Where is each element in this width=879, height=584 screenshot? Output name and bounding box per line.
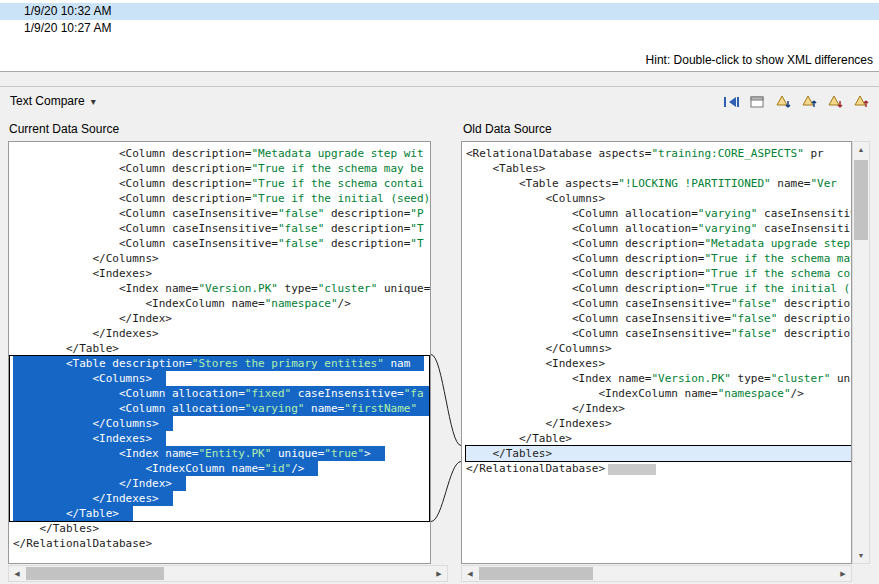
code-line[interactable]: </Table> [13, 506, 133, 521]
code-line[interactable]: </Tables> [13, 521, 430, 536]
left-editor[interactable]: <Column description="Metadata upgrade st… [8, 141, 431, 564]
scroll-left-icon[interactable]: ◀ [9, 566, 25, 581]
code-line[interactable]: <RelationalDatabase aspects="training:CO… [466, 146, 851, 161]
code-line[interactable]: <Column allocation="varying" caseInsensi… [466, 221, 851, 236]
code-line[interactable]: <Column caseInsensitive="false" descript… [466, 326, 851, 341]
code-line[interactable]: </Table> [466, 431, 851, 446]
code-line[interactable]: <Tables> [466, 161, 851, 176]
code-line[interactable]: <Column description="True if the schema … [466, 266, 851, 281]
code-line[interactable]: </Columns> [13, 251, 430, 266]
right-pane-title: Old Data Source [463, 122, 552, 136]
chevron-down-icon: ▾ [91, 96, 96, 107]
code-line[interactable]: </Indexes> [13, 326, 430, 341]
code-line[interactable]: </Index> [13, 311, 430, 326]
compare-mode-dropdown[interactable]: Text Compare ▾ [10, 94, 96, 108]
code-line[interactable]: </Indexes> [466, 416, 851, 431]
scroll-right-icon[interactable]: ▶ [431, 566, 447, 581]
next-difference-icon[interactable] [773, 93, 793, 111]
right-horizontal-scrollbar[interactable]: ◀ ▶ [461, 565, 852, 582]
code-line[interactable]: <Column caseInsensitive="false" descript… [466, 296, 851, 311]
code-line[interactable]: <Column description="True if the schema … [13, 176, 430, 191]
compare-window: 1/9/20 10:32 AM1/9/20 10:27 AM Hint: Dou… [0, 0, 879, 584]
previous-change-icon[interactable] [851, 93, 871, 111]
code-line[interactable]: </Columns> [13, 416, 173, 431]
code-line[interactable]: <Index name="Version.PK" type="cluster" … [13, 281, 430, 296]
code-line[interactable]: <Column allocation="varying" name="first… [13, 401, 431, 416]
xml-diff-hint: Hint: Double-click to show XML differenc… [646, 53, 873, 67]
diff-gutter [431, 141, 461, 564]
left-horizontal-scroll-thumb[interactable] [26, 567, 164, 580]
vertical-scroll-thumb[interactable] [854, 160, 868, 240]
history-row[interactable]: 1/9/20 10:27 AM [0, 20, 879, 37]
code-line[interactable]: </Tables> [466, 446, 851, 461]
code-line[interactable]: <Column description="True if the initial… [13, 191, 430, 206]
code-line[interactable]: </RelationalDatabase> [13, 536, 430, 551]
code-line[interactable]: <Column allocation="fixed" caseInsensiti… [13, 386, 431, 401]
code-line[interactable]: <Columns> [13, 371, 166, 386]
compare-toolbar: Text Compare ▾ [0, 86, 879, 118]
code-line[interactable]: <Column description="Metadata upgrade st… [466, 236, 851, 251]
right-editor[interactable]: <RelationalDatabase aspects="training:CO… [461, 141, 852, 564]
empty-range-marker [608, 464, 656, 475]
code-line[interactable]: </Columns> [466, 341, 851, 356]
copy-all-right-to-left-icon[interactable] [721, 93, 741, 111]
left-code: <Column description="Metadata upgrade st… [9, 142, 430, 563]
history-rows: 1/9/20 10:32 AM1/9/20 10:27 AM [0, 0, 879, 37]
code-line[interactable]: <Table aspects="!LOCKING !PARTITIONED" n… [466, 176, 851, 191]
code-line[interactable]: <Indexes> [13, 431, 166, 446]
right-horizontal-scroll-thumb[interactable] [479, 567, 593, 580]
scroll-down-icon[interactable]: ▼ [853, 548, 869, 563]
code-line[interactable]: </Index> [466, 401, 851, 416]
scroll-right-icon[interactable]: ▶ [835, 566, 851, 581]
code-line[interactable]: <Index name="Entity.PK" unique="true"> [13, 446, 385, 461]
code-line[interactable]: </Indexes> [13, 491, 173, 506]
scroll-left-icon[interactable]: ◀ [462, 566, 478, 581]
code-line[interactable]: <Column caseInsensitive="false" descript… [13, 221, 430, 236]
code-line[interactable]: <IndexColumn name="id"/> [13, 461, 318, 476]
code-line[interactable]: </RelationalDatabase> [466, 461, 851, 476]
history-row[interactable]: 1/9/20 10:32 AM [0, 3, 879, 20]
code-line[interactable]: </Index> [13, 476, 186, 491]
code-line[interactable]: <IndexColumn name="namespace"/> [466, 386, 851, 401]
code-line[interactable]: <Columns> [466, 191, 851, 206]
code-line[interactable]: <Indexes> [13, 266, 430, 281]
diff-connector-lines [431, 141, 461, 564]
code-line[interactable]: <Index name="Version.PK" type="cluster" … [466, 371, 851, 386]
left-pane-title: Current Data Source [9, 122, 119, 136]
left-horizontal-scrollbar[interactable]: ◀ ▶ [8, 565, 448, 582]
scrollbar-corner [852, 565, 870, 582]
ancestor-pane-icon[interactable] [747, 93, 767, 111]
compare-tool-buttons [721, 93, 871, 111]
code-line[interactable]: <Table description="Stores the primary e… [13, 356, 424, 371]
code-line[interactable]: <Column caseInsensitive="false" descript… [466, 311, 851, 326]
next-change-icon[interactable] [825, 93, 845, 111]
code-line[interactable]: </Table> [13, 341, 430, 356]
previous-difference-icon[interactable] [799, 93, 819, 111]
vertical-scrollbar[interactable]: ▲ ▼ [852, 141, 870, 564]
scroll-up-icon[interactable]: ▲ [853, 142, 869, 157]
compare-mode-label: Text Compare [10, 94, 85, 108]
code-line[interactable]: <Column allocation="varying" caseInsensi… [466, 206, 851, 221]
right-code: <RelationalDatabase aspects="training:CO… [462, 142, 851, 563]
code-line[interactable]: <Column caseInsensitive="false" descript… [13, 206, 430, 221]
history-panel: 1/9/20 10:32 AM1/9/20 10:27 AM Hint: Dou… [0, 0, 879, 72]
code-line[interactable]: <Column description="Metadata upgrade st… [13, 146, 430, 161]
pane-titles: Current Data Source Old Data Source [0, 118, 879, 141]
code-line[interactable]: <Column description="True if the schema … [466, 251, 851, 266]
code-line[interactable]: <Indexes> [466, 356, 851, 371]
code-line[interactable]: <IndexColumn name="namespace"/> [13, 296, 430, 311]
code-line[interactable]: <Column caseInsensitive="false" descript… [13, 236, 430, 251]
code-line[interactable]: <Column description="True if the initial… [466, 281, 851, 296]
code-line[interactable]: <Column description="True if the schema … [13, 161, 430, 176]
